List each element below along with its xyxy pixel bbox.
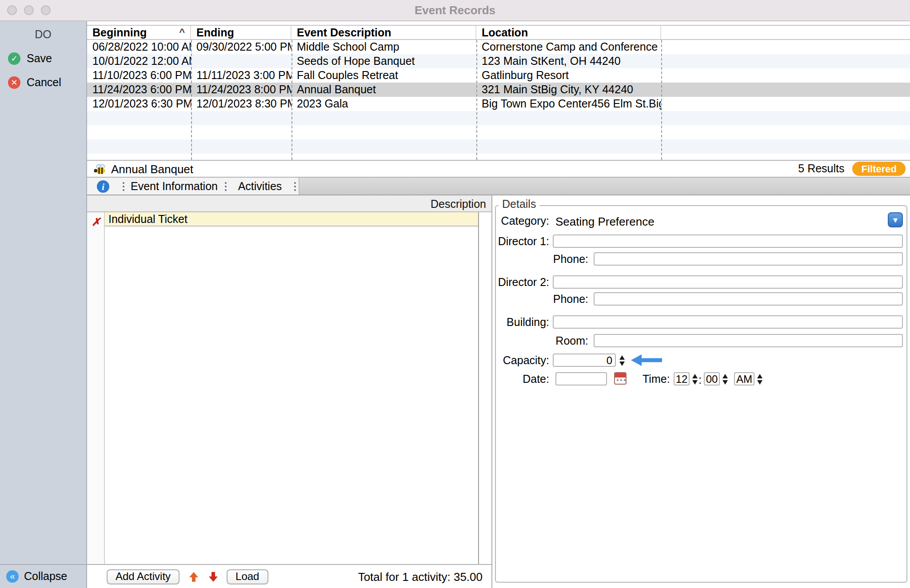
cell-ending: 12/01/2023 8:30 PM — [191, 97, 291, 111]
window-title: Event Records — [0, 0, 910, 20]
cell-blank — [661, 111, 910, 125]
cell-blank — [661, 83, 910, 97]
building-input[interactable] — [553, 315, 903, 329]
room-input[interactable] — [594, 334, 903, 347]
filtered-badge[interactable]: Filtered — [853, 162, 906, 176]
tab-separator-dots-icon — [291, 178, 299, 195]
table-row[interactable]: 10/01/2022 12:00 AM Seeds of Hope Banque… — [87, 54, 910, 68]
cell-beginning — [87, 154, 191, 160]
table-row[interactable]: 11/10/2023 6:00 PM 11/11/2023 3:00 PM Fa… — [87, 68, 910, 83]
collapse-button[interactable]: « Collapse — [0, 564, 86, 588]
cell-description — [291, 139, 476, 154]
tab-activities[interactable]: Activities — [229, 178, 291, 195]
column-header-ending[interactable]: Ending — [191, 26, 291, 39]
save-check-icon: ✓ — [8, 52, 20, 65]
chevron-down-icon: ▾ — [893, 215, 898, 225]
cell-description — [291, 111, 476, 125]
delete-activity-icon[interactable]: ✗ — [92, 216, 104, 228]
table-row[interactable]: 11/24/2023 6:00 PM 11/24/2023 8:00 PM An… — [87, 83, 910, 97]
move-up-arrow-icon[interactable] — [188, 572, 199, 581]
cell-location — [476, 125, 661, 139]
cell-description — [291, 154, 476, 160]
column-header-location[interactable]: Location — [476, 26, 661, 39]
director2-input[interactable] — [553, 275, 903, 289]
phone1-input[interactable] — [594, 252, 903, 266]
building-label: Building: — [492, 316, 549, 330]
save-button[interactable]: ✓ Save — [8, 52, 86, 65]
cell-ending — [191, 139, 291, 154]
save-label: Save — [27, 52, 52, 65]
time-ampm-stepper[interactable] — [755, 372, 763, 385]
category-value: Seating Preference — [555, 215, 655, 228]
cancel-button[interactable]: ✕ Cancel — [8, 76, 86, 89]
cell-beginning — [87, 139, 191, 154]
column-header-beginning[interactable]: Beginning ^ — [87, 26, 191, 39]
add-activity-button[interactable]: Add Activity — [107, 569, 180, 584]
activities-total: Total for 1 activity: 35.00 — [358, 570, 483, 584]
table-row[interactable] — [87, 139, 910, 154]
cell-description — [291, 125, 476, 139]
cell-blank — [661, 125, 910, 139]
activity-row-gutter: ✗ — [87, 212, 105, 564]
capacity-input[interactable] — [553, 354, 616, 367]
info-button[interactable]: i — [87, 178, 119, 195]
director2-label: Director 2: — [492, 276, 549, 290]
table-row[interactable]: 12/01/2023 6:30 PM 12/01/2023 8:30 PM 20… — [87, 97, 910, 111]
cancel-label: Cancel — [27, 76, 61, 89]
cell-description: Annual Banquet — [291, 83, 476, 97]
move-down-arrow-icon[interactable] — [208, 572, 219, 581]
phone2-input[interactable] — [594, 292, 903, 306]
table-row[interactable] — [87, 111, 910, 125]
director1-input[interactable] — [553, 234, 903, 248]
cell-description: Fall Couples Retreat — [291, 68, 476, 83]
time-ampm-input[interactable] — [734, 372, 754, 385]
cell-location — [476, 139, 661, 154]
cell-blank — [661, 40, 910, 54]
cell-beginning: 11/24/2023 6:00 PM — [87, 83, 191, 97]
date-input[interactable] — [555, 372, 607, 385]
sidebar: DO ✓ Save ✕ Cancel « Collapse — [0, 21, 87, 588]
time-separator: : — [698, 373, 702, 386]
calendar-icon[interactable] — [614, 372, 627, 385]
cell-location — [476, 111, 661, 125]
sidebar-header: DO — [0, 28, 86, 41]
activity-row[interactable]: Individual Ticket — [105, 212, 478, 226]
cell-description: 2023 Gala — [291, 97, 476, 111]
table-row[interactable] — [87, 125, 910, 139]
window-titlebar: Event Records — [0, 0, 910, 21]
cell-location: 321 Main StBig City, KY 44240 — [476, 83, 661, 97]
tab-event-information[interactable]: Event Information — [127, 178, 221, 195]
cell-location: 123 Main StKent, OH 44240 — [476, 54, 661, 68]
details-title: Details — [499, 198, 539, 211]
table-row[interactable] — [87, 154, 910, 160]
events-table: Beginning ^ Ending Event Description Loc… — [87, 21, 910, 160]
capacity-stepper[interactable] — [618, 354, 626, 367]
room-label: Room: — [492, 335, 588, 348]
description-column-header[interactable]: Description — [87, 195, 491, 212]
cell-location: Big Town Expo Center456 Elm St.Big City.… — [476, 97, 661, 111]
cell-beginning: 10/01/2022 12:00 AM — [87, 54, 191, 68]
events-table-header: Beginning ^ Ending Event Description Loc… — [87, 25, 910, 40]
category-dropdown-button[interactable]: ▾ — [888, 212, 903, 227]
cell-beginning: 11/10/2023 6:00 PM — [87, 68, 191, 83]
events-table-body: 06/28/2022 10:00 AM 09/30/2022 5:00 PM M… — [87, 40, 910, 160]
cell-location — [476, 154, 661, 160]
tab-bar: i Event Information Activities — [87, 178, 910, 195]
results-count: 5 Results — [798, 163, 844, 175]
table-row[interactable]: 06/28/2022 10:00 AM 09/30/2022 5:00 PM M… — [87, 40, 910, 54]
cell-blank — [661, 54, 910, 68]
date-label: Date: — [492, 373, 549, 386]
column-header-blank — [661, 26, 910, 39]
cell-beginning — [87, 111, 191, 125]
info-icon: i — [97, 180, 109, 192]
capacity-label: Capacity: — [492, 354, 549, 368]
column-header-event-description[interactable]: Event Description — [291, 26, 476, 39]
time-minute-stepper[interactable] — [721, 372, 729, 385]
annotation-arrow-left-icon — [631, 354, 663, 366]
load-button[interactable]: Load — [227, 569, 268, 584]
time-minute-input[interactable] — [704, 372, 720, 385]
time-hour-stepper[interactable] — [690, 372, 698, 385]
director1-label: Director 1: — [492, 235, 549, 249]
time-hour-input[interactable] — [674, 372, 690, 385]
bee-icon — [93, 163, 107, 175]
